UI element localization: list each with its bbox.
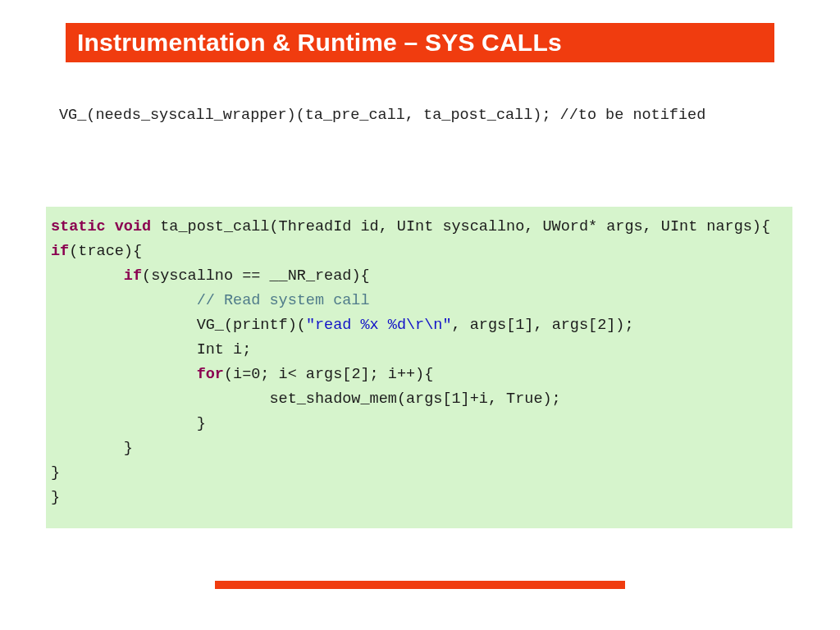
code-text: (trace){ bbox=[69, 243, 142, 260]
keyword-for: for bbox=[197, 366, 224, 383]
code-text: (syscallno == __NR_read){ bbox=[142, 267, 370, 285]
code-text: set_shadow_mem(args[1]+i, True); bbox=[269, 390, 560, 408]
code-comment: // Read system call bbox=[197, 292, 370, 309]
footer-divider bbox=[215, 581, 625, 589]
keyword-static-void: static void bbox=[51, 218, 151, 235]
code-block: static void ta_post_call(ThreadId id, UI… bbox=[46, 207, 792, 528]
keyword-if: if bbox=[51, 243, 69, 260]
slide-title: Instrumentation & Runtime – SYS CALLs bbox=[77, 29, 562, 57]
code-text: , args[1], args[2]); bbox=[452, 317, 634, 334]
code-brace: } bbox=[51, 489, 60, 506]
code-text: Int i; bbox=[197, 341, 252, 358]
syscall-registration-line: VG_(needs_syscall_wrapper)(ta_pre_call, … bbox=[59, 107, 705, 124]
code-string: "read %x %d\r\n" bbox=[306, 317, 452, 334]
code-signature: ta_post_call(ThreadId id, UInt syscallno… bbox=[151, 218, 770, 235]
keyword-if: if bbox=[124, 267, 142, 285]
title-bar: Instrumentation & Runtime – SYS CALLs bbox=[66, 23, 774, 62]
code-brace: } bbox=[197, 415, 206, 432]
code-brace: } bbox=[124, 440, 133, 457]
code-brace: } bbox=[51, 464, 60, 482]
code-text: (i=0; i< args[2]; i++){ bbox=[224, 366, 433, 383]
code-text: VG_(printf)( bbox=[197, 317, 306, 334]
